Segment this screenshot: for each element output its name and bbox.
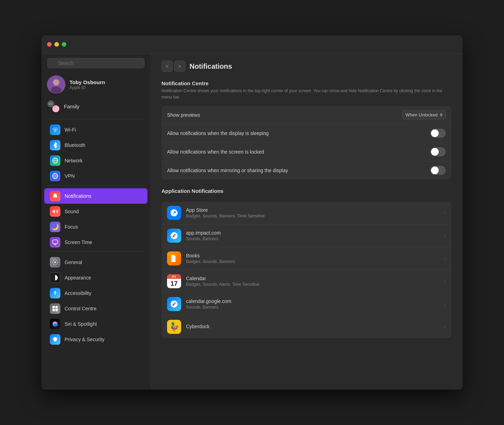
app-name: calendar.google.com: [186, 298, 439, 304]
toggle-sleeping[interactable]: [430, 129, 446, 138]
sidebar-divider: [47, 119, 145, 119]
svg-marker-10: [53, 210, 55, 214]
sidebar-item-label: General: [65, 259, 82, 265]
nav-header: < > Notifications: [161, 61, 451, 72]
app-item-calendargoogle[interactable]: calendar.google.com Sounds, Banners ›: [161, 293, 451, 316]
svg-rect-24: [172, 257, 174, 258]
sidebar-item-label: Network: [65, 158, 82, 163]
app-name: App Store: [186, 207, 439, 213]
sidebar-item-network[interactable]: Network: [44, 153, 147, 168]
app-info: Books Badges, Sounds, Banners: [186, 253, 439, 264]
show-previews-label: Show previews: [167, 112, 200, 118]
sidebar-item-family[interactable]: DC Family: [41, 98, 150, 115]
user-info: Toby Osbourn Apple ID: [69, 79, 105, 90]
app-list: App Store Badges, Sounds, Banners, Time …: [161, 202, 451, 338]
titlebar: [41, 35, 463, 54]
svg-point-20: [171, 232, 178, 239]
svg-rect-25: [172, 258, 174, 259]
accessibility-icon: [50, 288, 60, 298]
content-area: 🔍 Toby Osbourn Apple ID: [41, 54, 463, 390]
nav-back-button[interactable]: <: [161, 61, 173, 72]
app-item-appimpact[interactable]: app.impact.com Sounds, Banners ›: [161, 224, 451, 247]
sidebar-item-label: Sound: [65, 209, 79, 214]
bluetooth-icon: [50, 140, 60, 150]
sidebar-item-privacy[interactable]: Privacy & Security: [44, 332, 147, 347]
app-item-books[interactable]: Books Badges, Sounds, Banners ›: [161, 247, 451, 270]
controlcentre-icon: [50, 303, 60, 314]
app-item-calendar[interactable]: JUL 17 Calendar Badges, Sounds, Alerts, …: [161, 270, 451, 293]
sidebar-item-appearance[interactable]: Appearance: [44, 270, 147, 285]
toggle-knob: [431, 129, 439, 137]
select-arrows: [440, 113, 443, 117]
app-info: App Store Badges, Sounds, Banners, Time …: [186, 207, 439, 218]
avatar: [47, 75, 65, 94]
show-previews-row: Show previews When Unlocked: [161, 106, 451, 124]
toggle-mirroring-row: Allow notifications when mirroring or sh…: [161, 161, 451, 180]
sidebar-item-label: Notifications: [65, 193, 91, 199]
user-name: Toby Osbourn: [69, 79, 105, 85]
svg-point-2: [51, 87, 61, 94]
app-name: Books: [186, 253, 439, 258]
sidebar-item-label: Appearance: [65, 275, 91, 281]
svg-rect-16: [55, 306, 58, 309]
toggle-mirroring[interactable]: [430, 166, 446, 175]
sidebar-item-controlcentre[interactable]: Control Centre: [44, 301, 147, 316]
app-item-cyberduck[interactable]: 🦆 Cyberduck ›: [161, 316, 451, 338]
vpn-icon: [50, 171, 60, 181]
sidebar-item-notifications[interactable]: Notifications: [44, 188, 147, 204]
safari-icon-2: [167, 297, 181, 311]
books-icon: [167, 251, 181, 265]
svg-rect-26: [172, 259, 174, 260]
search-input[interactable]: [47, 58, 145, 68]
calendar-month: JUL: [172, 275, 177, 278]
sidebar-item-vpn[interactable]: VPN: [44, 168, 147, 184]
sidebar-divider-3: [47, 251, 145, 252]
toggle-mirroring-label: Allow notifications when mirroring or sh…: [167, 168, 288, 173]
sidebar-item-bluetooth[interactable]: Bluetooth: [44, 137, 147, 153]
sidebar-item-label: Focus: [65, 224, 78, 230]
app-info: app.impact.com Sounds, Banners: [186, 230, 439, 241]
sidebar-item-screentime[interactable]: Screen Time: [44, 235, 147, 250]
app-name: Cyberduck: [186, 324, 439, 329]
page-title: Notifications: [190, 62, 232, 70]
maximize-button[interactable]: [62, 42, 66, 47]
show-previews-value: When Unlocked: [405, 112, 438, 117]
app-subtitle: Sounds, Banners: [186, 305, 439, 310]
app-subtitle: Sounds, Banners: [186, 236, 439, 241]
svg-point-12: [54, 262, 56, 263]
toggle-locked[interactable]: [430, 147, 446, 156]
sidebar-item-wifi[interactable]: Wi-Fi: [44, 122, 147, 137]
sidebar-divider-2: [47, 185, 145, 185]
appstore-icon: [167, 206, 181, 220]
sidebar-item-sound[interactable]: Sound: [44, 204, 147, 219]
traffic-lights: [47, 42, 66, 47]
sidebar-item-label: Accessibility: [65, 290, 91, 296]
user-profile[interactable]: Toby Osbourn Apple ID: [41, 73, 150, 98]
app-info: Calendar Badges, Sounds, Alerts, Time Se…: [186, 276, 439, 287]
arrow-down-icon: [440, 115, 443, 117]
sidebar-item-accessibility[interactable]: Accessibility: [44, 285, 147, 301]
calendar-day: 17: [171, 281, 178, 287]
close-button[interactable]: [47, 42, 52, 47]
wifi-icon: [50, 124, 60, 135]
general-icon: [50, 257, 60, 268]
sidebar-item-focus[interactable]: 🌙 Focus: [44, 219, 147, 235]
app-item-appstore[interactable]: App Store Badges, Sounds, Banners, Time …: [161, 202, 451, 224]
sidebar-item-label: Wi-Fi: [65, 127, 76, 133]
svg-point-3: [53, 80, 59, 85]
app-subtitle: Badges, Sounds, Banners, Time Sensitive: [186, 214, 439, 218]
screentime-icon: [50, 237, 60, 248]
family-label: Family: [64, 103, 79, 109]
nav-forward-button[interactable]: >: [174, 61, 185, 72]
show-previews-select[interactable]: When Unlocked: [402, 110, 446, 119]
svg-rect-18: [55, 309, 58, 311]
family-avatar-2: [52, 105, 60, 113]
notification-centre-title: Notification Centre: [161, 80, 451, 86]
sidebar: 🔍 Toby Osbourn Apple ID: [41, 54, 150, 390]
sidebar-item-label: Screen Time: [65, 240, 92, 245]
sidebar-item-siri[interactable]: Siri & Spotlight: [44, 316, 147, 332]
sidebar-item-general[interactable]: General: [44, 255, 147, 270]
notifications-icon: [50, 191, 60, 201]
chevron-right-icon: ›: [444, 256, 446, 261]
minimize-button[interactable]: [54, 42, 59, 47]
